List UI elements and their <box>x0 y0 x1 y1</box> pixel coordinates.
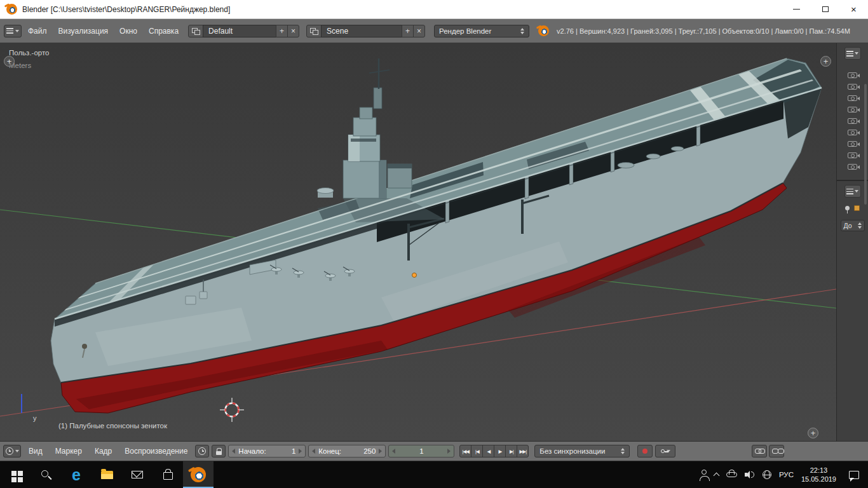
play-reverse-button[interactable]: ◀ <box>482 445 494 458</box>
timeline-editor: Вид Маркер Кадр Воспроизведение Начало: … <box>0 441 868 461</box>
decrement-arrow-icon[interactable] <box>392 449 395 454</box>
close-button[interactable]: × <box>839 0 868 18</box>
render-engine-select[interactable]: Рендер Blender <box>434 25 529 37</box>
volume-tray-button[interactable] <box>741 461 759 488</box>
layout-browse-button[interactable] <box>188 25 203 37</box>
scene-browse-button[interactable] <box>306 25 322 37</box>
render-engine-value: Рендер Blender <box>439 27 491 35</box>
file-explorer-taskbar-icon[interactable] <box>92 461 122 488</box>
scene-add-button[interactable]: + <box>402 25 414 37</box>
onedrive-tray-button[interactable] <box>722 461 741 488</box>
network-tray-button[interactable] <box>759 461 775 488</box>
increment-arrow-icon[interactable] <box>379 449 382 454</box>
outliner-scrollbar[interactable] <box>864 84 867 205</box>
jump-to-end-button[interactable]: ▶▶| <box>517 445 529 458</box>
jump-to-start-button[interactable]: |◀◀ <box>459 445 471 458</box>
person-icon <box>702 470 707 475</box>
play-button[interactable]: ▶ <box>494 445 506 458</box>
end-frame-field[interactable]: Конец: 250 <box>308 445 386 458</box>
windows-logo-icon <box>11 471 17 476</box>
clock-tray[interactable]: 22:13 15.05.2019 <box>797 461 840 488</box>
sync-mode-select[interactable]: Без синхронизации <box>534 445 630 458</box>
editor-type-button-properties[interactable] <box>844 185 861 198</box>
lock-toggle[interactable] <box>212 445 226 458</box>
jump-prev-keyframe-button[interactable]: |◀ <box>471 445 483 458</box>
current-frame-field[interactable]: 1 <box>388 445 454 458</box>
menu-render[interactable]: Визуализация <box>53 25 114 37</box>
menu-view[interactable]: Вид <box>24 445 48 458</box>
mail-icon <box>132 471 143 478</box>
toolshelf-expand-button[interactable]: + <box>4 56 15 67</box>
restrict-render-camera-icon[interactable] <box>848 164 857 170</box>
window-titlebar: Blender [C:\Users\tvister\Desktop\RANGER… <box>0 0 868 19</box>
preview-range-toggle[interactable] <box>195 445 209 458</box>
layout-add-button[interactable]: + <box>276 25 288 37</box>
decrement-arrow-icon[interactable] <box>312 449 315 454</box>
menu-help[interactable]: Справка <box>144 25 184 37</box>
decrement-arrow-icon[interactable] <box>232 449 235 454</box>
viewport-3d[interactable]: y <box>0 43 836 441</box>
restrict-render-camera-icon[interactable] <box>848 141 857 147</box>
people-tray-button[interactable] <box>698 461 710 488</box>
keying-set-button[interactable] <box>655 445 675 458</box>
restrict-render-camera-icon[interactable] <box>848 107 857 112</box>
properties-context-button[interactable]: До <box>841 220 865 231</box>
jump-next-keyframe-button[interactable]: ▶| <box>505 445 517 458</box>
restrict-render-camera-icon[interactable] <box>848 130 857 135</box>
autokey-record-button[interactable] <box>637 445 653 458</box>
right-panel: До <box>836 43 868 441</box>
browse-scenes-icon <box>310 28 318 34</box>
action-center-button[interactable] <box>840 461 868 488</box>
restrict-render-camera-icon[interactable] <box>848 95 857 101</box>
menu-file[interactable]: Файл <box>23 25 52 37</box>
restrict-render-camera-icon[interactable] <box>848 72 857 78</box>
minimize-button[interactable] <box>782 0 811 18</box>
editor-divider[interactable] <box>837 180 868 181</box>
properties-region-expand-button[interactable]: + <box>820 56 831 67</box>
end-frame-label: Конец: <box>318 447 341 455</box>
menu-playback[interactable]: Воспроизведение <box>119 445 193 458</box>
mail-taskbar-icon[interactable] <box>122 461 153 488</box>
menu-marker[interactable]: Маркер <box>50 445 87 458</box>
search-button[interactable] <box>31 461 61 488</box>
language-indicator[interactable]: РУС <box>775 461 797 488</box>
tray-expand-button[interactable] <box>710 461 722 488</box>
island-superstructure <box>317 58 412 198</box>
restrict-render-camera-icon[interactable] <box>848 152 857 158</box>
increment-arrow-icon[interactable] <box>447 449 451 454</box>
editor-type-button-outliner[interactable] <box>844 47 861 60</box>
scene-name-field[interactable]: Scene <box>321 25 402 37</box>
properties-editor-icon <box>846 189 853 194</box>
object-origin-dot[interactable] <box>412 273 417 278</box>
maximize-icon <box>822 6 829 12</box>
pin-icon[interactable] <box>845 206 850 210</box>
store-taskbar-icon[interactable] <box>153 461 183 488</box>
scene-stats: v2.76 | Вершин:4,923 | Граней:3,095 | Тр… <box>557 27 864 35</box>
ship-model[interactable] <box>51 58 822 413</box>
layout-delete-button[interactable]: × <box>287 25 299 37</box>
editor-type-button-info[interactable] <box>4 25 22 37</box>
link-broken-icon <box>772 449 782 454</box>
delete-keyframe-button[interactable] <box>769 445 784 458</box>
maximize-button[interactable] <box>811 0 839 18</box>
outliner-restrict-column <box>848 72 857 170</box>
restrict-render-camera-icon[interactable] <box>848 118 857 124</box>
menu-frame[interactable]: Кадр <box>90 445 117 458</box>
start-frame-field[interactable]: Начало: 1 <box>228 445 306 458</box>
increment-arrow-icon[interactable] <box>299 449 302 454</box>
blender-taskbar-icon[interactable] <box>183 461 214 488</box>
restrict-render-camera-icon[interactable] <box>848 84 857 90</box>
layout-name-field[interactable]: Default <box>203 25 276 37</box>
scene-widget: Scene + × <box>306 25 424 37</box>
start-button[interactable] <box>0 461 31 488</box>
context-cube-icon[interactable] <box>854 205 860 211</box>
edge-taskbar-icon[interactable]: e <box>61 461 92 488</box>
timeline-region-expand-button[interactable]: + <box>808 428 818 438</box>
scene-name: Scene <box>327 27 348 36</box>
scene-delete-button[interactable]: × <box>413 25 425 37</box>
insert-keyframe-button[interactable] <box>752 445 767 458</box>
3d-cursor[interactable] <box>220 398 244 422</box>
menu-window[interactable]: Окно <box>114 25 142 37</box>
info-editor-icon <box>6 28 13 34</box>
editor-type-button-timeline[interactable] <box>3 445 21 458</box>
